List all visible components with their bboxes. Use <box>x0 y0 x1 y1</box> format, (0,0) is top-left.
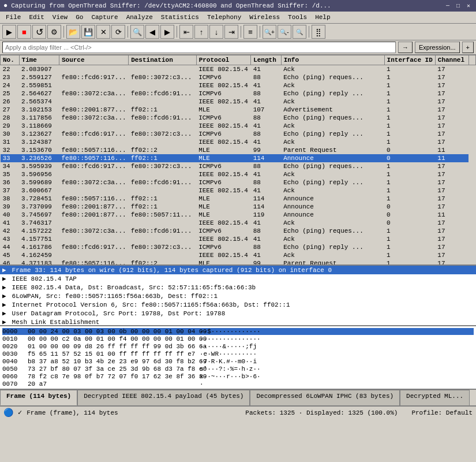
menu-tools[interactable]: Tools <box>284 13 310 22</box>
hex-row[interactable]: 007020 a7 · <box>2 381 474 388</box>
hex-row[interactable]: 005073 27 bf 80 07 3f 3a ce 25 3d 9b 68 … <box>2 366 474 372</box>
zoom-out-button[interactable]: 🔍- <box>278 25 291 39</box>
table-row[interactable]: 373.600667IEEE 802.15.441Ack117 <box>1 187 476 195</box>
col-header-no[interactable]: No. <box>1 55 20 65</box>
menu-file[interactable]: File <box>2 13 24 22</box>
reload-button[interactable]: ⟳ <box>111 25 125 39</box>
table-row[interactable]: 363.599689fe80::3072:c3a...fe80::fcd6:91… <box>1 178 476 187</box>
col-header-length[interactable]: Length <box>251 55 281 65</box>
hex-row[interactable]: 002001 00 00 00 09 d8 26 ff ff ff ff 99 … <box>2 343 474 350</box>
table-row[interactable]: 232.559127fe80::fcd6:917...fe80::3072:c3… <box>1 73 476 81</box>
title-controls[interactable]: ─ □ ✕ <box>444 2 473 10</box>
table-row[interactable]: 393.737099fe80::2001:877...ff02::1MLE114… <box>1 203 476 211</box>
hex-row[interactable]: 0030f5 65 11 57 52 15 01 00 ff ff ff ff … <box>2 351 474 357</box>
tree-item-ipv6[interactable]: ▶ Internet Protocol Version 6, Src: fe80… <box>0 300 476 309</box>
tree-item-ieee[interactable]: ▶ IEEE 802.15.4 Data, Dst: Broadcast, Sr… <box>0 283 476 292</box>
table-row[interactable]: 252.564627fe80::3072:c3a...fe80::fcd6:91… <box>1 90 476 98</box>
zoom-in-button[interactable]: 🔍+ <box>263 25 276 39</box>
tab-frame[interactable]: Frame (114 bytes) <box>0 390 77 405</box>
filter-arrow-button[interactable]: → <box>398 42 413 53</box>
table-row[interactable]: 283.117856fe80::3072:c3a...fe80::fcd6:91… <box>1 114 476 122</box>
restart-capture-button[interactable]: ↺ <box>32 25 46 39</box>
table-row[interactable]: 353.596956IEEE 802.15.441Ack117 <box>1 170 476 178</box>
hex-ascii: s'···?:·%=·h·z·· <box>200 366 261 372</box>
maximize-button[interactable]: □ <box>454 2 462 10</box>
table-row[interactable]: 273.102153fe80::2001:877...ff02::1MLE107… <box>1 106 476 114</box>
table-row[interactable]: 383.728451fe80::5057:116...ff02::1MLE114… <box>1 195 476 203</box>
table-row[interactable]: 293.118669IEEE 802.15.441Ack117 <box>1 122 476 130</box>
table-row[interactable]: 464.371183fe80::5057:116...ff02::2MLE99P… <box>1 259 476 266</box>
color-rules-button[interactable]: ≡ <box>243 25 257 39</box>
packet-list-container[interactable]: No. Time Source Destination Protocol Len… <box>0 55 476 266</box>
menu-edit[interactable]: Edit <box>25 13 47 22</box>
start-capture-button[interactable]: ▶ <box>2 25 16 39</box>
add-filter-button[interactable]: + <box>462 42 474 53</box>
tab-decrypted-ml[interactable]: Decrypted ML... <box>400 390 470 405</box>
go-down-button[interactable]: ↓ <box>209 25 223 39</box>
tree-item-tap[interactable]: ▶ IEEE 802.15.4 TAP <box>0 274 476 283</box>
col-header-channel[interactable]: Channel <box>435 55 468 65</box>
stop-capture-button[interactable]: ■ <box>17 25 31 39</box>
hex-ascii: x··~···r···b>·6· <box>200 373 261 380</box>
capture-options-button[interactable]: ⚙ <box>47 25 61 39</box>
menu-go[interactable]: Go <box>72 13 87 22</box>
menu-capture[interactable]: Capture <box>88 13 121 22</box>
col-header-protocol[interactable]: Protocol <box>196 55 251 65</box>
menu-help[interactable]: Help <box>312 13 333 22</box>
tree-item-udp[interactable]: ▶ User Datagram Protocol, Src Port: 1978… <box>0 309 476 318</box>
table-row[interactable]: 222.083907IEEE 802.15.441Ack117 <box>1 65 476 74</box>
table-row[interactable]: 333.236526fe80::5057:116...ff02::1MLE114… <box>1 154 476 162</box>
table-row[interactable]: 313.124387IEEE 802.15.441Ack117 <box>1 138 476 146</box>
table-row[interactable]: 424.157222fe80::3072:c3a...fe80::fcd6:91… <box>1 227 476 235</box>
go-first-button[interactable]: ⇤ <box>179 25 193 39</box>
table-row[interactable]: 444.161786fe80::fcd6:917...fe80::3072:c3… <box>1 243 476 251</box>
toolbar: ▶ ■ ↺ ⚙ 📂 💾 ✕ ⟳ 🔍 ◀ ▶ ⇤ ↑ ↓ ⇥ ≡ 🔍+ 🔍- 🔍 … <box>0 24 476 40</box>
go-last-button[interactable]: ⇥ <box>224 25 238 39</box>
hex-panel[interactable]: 000000 00 24 00 03 00 03 00 0b 00 00 00 … <box>0 326 476 390</box>
zoom-reset-button[interactable]: 🔍 <box>293 25 306 39</box>
table-row[interactable]: 403.745697fe80::2001:877...fe80::5057:11… <box>1 211 476 219</box>
save-file-button[interactable]: 💾 <box>81 25 95 39</box>
hex-row[interactable]: 0040b8 37 a8 52 10 b3 4b 2e 23 e9 97 6d … <box>2 358 474 365</box>
table-row[interactable]: 303.123627fe80::fcd6:917...fe80::3072:c3… <box>1 130 476 138</box>
prev-button[interactable]: ◀ <box>145 25 159 39</box>
open-file-button[interactable]: 📂 <box>66 25 80 39</box>
table-row[interactable]: 323.153670fe80::5057:116...ff02::2MLE99P… <box>1 146 476 154</box>
expression-button[interactable]: Expression... <box>415 42 460 53</box>
resize-cols-button[interactable]: ⣿ <box>312 25 325 39</box>
table-row[interactable]: 413.746317IEEE 802.15.441Ack017 <box>1 219 476 227</box>
hex-offset: 0020 <box>2 343 23 350</box>
table-row[interactable]: 262.565374IEEE 802.15.441Ack117 <box>1 98 476 106</box>
menu-telephony[interactable]: Telephony <box>204 13 245 22</box>
col-header-time[interactable]: Time <box>19 55 59 65</box>
close-button[interactable]: ✕ <box>464 2 473 10</box>
tab-decompressed-6lowpan[interactable]: Decompressed 6LoWPAN IPHC (83 bytes) <box>250 390 400 405</box>
minimize-button[interactable]: ─ <box>444 2 452 10</box>
tree-item-6lowpan[interactable]: ▶ 6LoWPAN, Src: fe80::5057:1165:f56a:663… <box>0 292 476 300</box>
hex-row[interactable]: 006078 f2 c8 7e 98 0f b7 72 07 f0 17 62 … <box>2 373 474 380</box>
find-button[interactable]: 🔍 <box>130 25 144 39</box>
table-row[interactable]: 343.595939fe80::fcd6:917...fe80::3072:c3… <box>1 162 476 170</box>
col-header-source[interactable]: Source <box>59 55 128 65</box>
table-row[interactable]: 242.559851IEEE 802.15.441Ack117 <box>1 81 476 90</box>
tree-item-mle[interactable]: ▶ Mesh Link Establishment <box>0 318 476 326</box>
hex-row[interactable]: 000000 00 24 00 03 00 03 00 0b 00 00 00 … <box>2 328 474 335</box>
menu-statistics[interactable]: Statistics <box>158 13 203 22</box>
menu-analyze[interactable]: Analyze <box>123 13 156 22</box>
close-file-button[interactable]: ✕ <box>96 25 110 39</box>
hex-row[interactable]: 001000 00 00 c2 0a 00 01 00 f4 00 00 00 … <box>2 336 474 342</box>
menu-view[interactable]: View <box>49 13 71 22</box>
tree-item-frame[interactable]: ▶ Frame 33: 114 bytes on wire (912 bits)… <box>0 266 476 274</box>
toolbar-sep-2 <box>128 26 128 38</box>
next-button[interactable]: ▶ <box>160 25 174 39</box>
menu-wireless[interactable]: Wireless <box>246 13 283 22</box>
col-header-interface[interactable]: Interface ID <box>384 55 435 65</box>
go-up-button[interactable]: ↑ <box>194 25 208 39</box>
col-header-destination[interactable]: Destination <box>129 55 196 65</box>
tree-arrow-ieee: ▶ <box>2 284 8 291</box>
table-row[interactable]: 454.162459IEEE 802.15.441Ack117 <box>1 251 476 259</box>
table-row[interactable]: 434.157751IEEE 802.15.441Ack117 <box>1 235 476 243</box>
display-filter-input[interactable] <box>2 42 396 53</box>
tab-decrypted-ieee[interactable]: Decrypted IEEE 802.15.4 payload (45 byte… <box>77 390 250 405</box>
col-header-info[interactable]: Info <box>281 55 384 65</box>
